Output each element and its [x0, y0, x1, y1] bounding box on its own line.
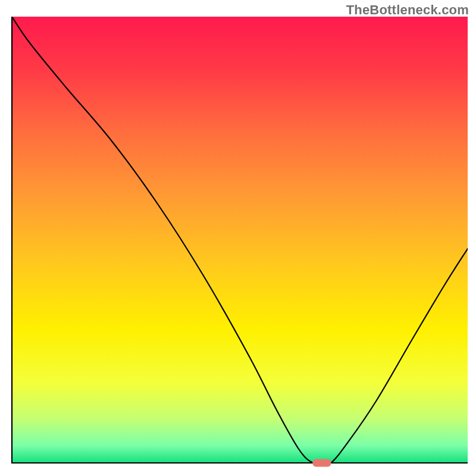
bottleneck-chart — [0, 0, 476, 476]
chart-container: TheBottleneck.com — [0, 0, 476, 476]
optimal-point-marker — [313, 459, 331, 466]
watermark-text: TheBottleneck.com — [346, 2, 469, 18]
plot-background — [12, 17, 468, 463]
